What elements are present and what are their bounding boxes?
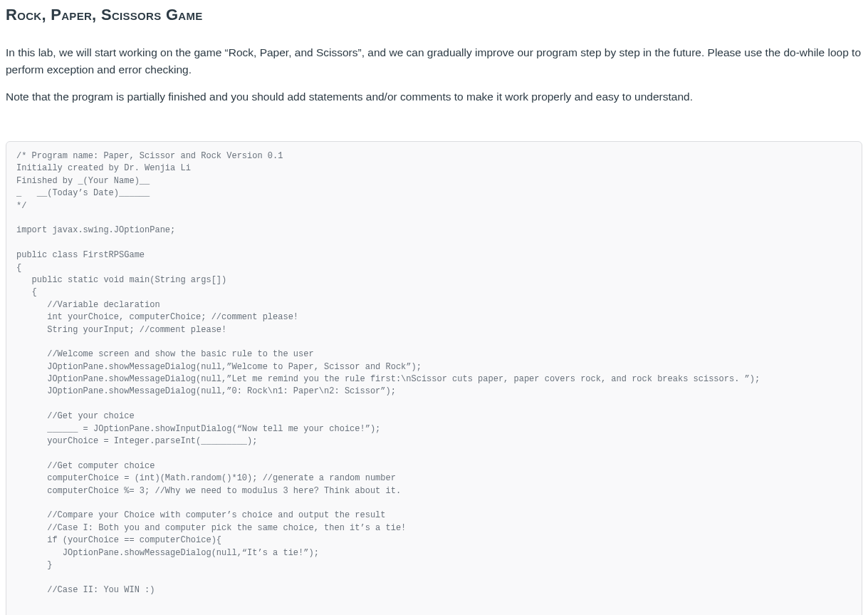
- page-title: Rock, Paper, Scissors Game: [6, 6, 862, 24]
- note-paragraph: Note that the program is partially finis…: [6, 88, 862, 105]
- code-block: /* Program name: Paper, Scissor and Rock…: [6, 141, 862, 615]
- intro-paragraph: In this lab, we will start working on th…: [6, 44, 862, 78]
